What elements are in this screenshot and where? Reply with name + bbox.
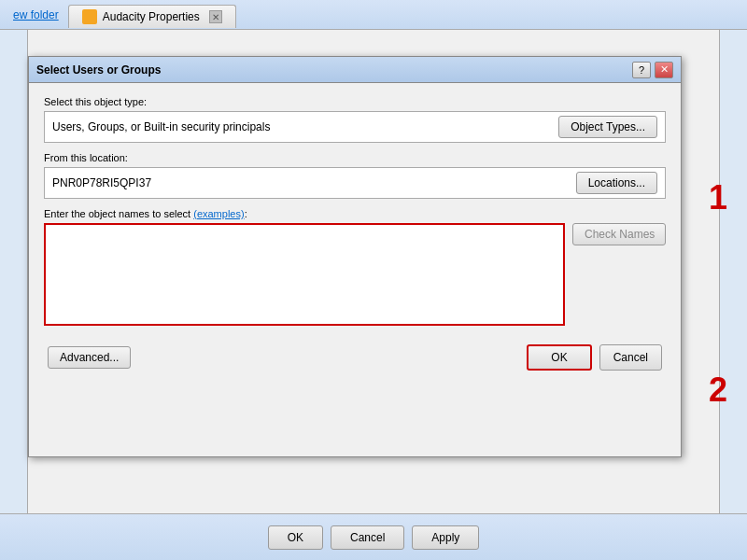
bottom-button-bar: OK Cancel Apply <box>0 513 747 560</box>
bottom-ok-button[interactable]: OK <box>268 525 323 550</box>
object-types-button[interactable]: Object Types... <box>558 116 657 138</box>
dialog-title: Select Users or Groups <box>36 63 161 77</box>
object-names-input[interactable] <box>46 225 563 324</box>
dialog-overlay: Select Users or Groups ? ✕ Select this o… <box>28 56 719 457</box>
behind-topbar: ew folder Audacity Properties ✕ <box>0 0 747 30</box>
dialog-close-button[interactable]: ✕ <box>655 62 673 78</box>
dialog-ok-cancel: OK Cancel <box>527 344 662 371</box>
annotation-1: 1 <box>709 178 727 217</box>
input-section: Enter the object names to select (exampl… <box>44 208 666 337</box>
dialog-titlebar: Select Users or Groups ? ✕ <box>29 57 681 83</box>
input-label-suffix: : <box>245 208 247 219</box>
new-folder-link[interactable]: ew folder <box>7 3 64 27</box>
tab-close-button[interactable]: ✕ <box>209 10 222 23</box>
location-value: PNR0P78RI5QPI37 <box>52 176 576 189</box>
location-label: From this location: <box>44 152 666 163</box>
bottom-apply-button[interactable]: Apply <box>412 525 479 550</box>
right-panel <box>719 30 747 560</box>
input-row: Check Names <box>44 223 666 337</box>
advanced-button[interactable]: Advanced... <box>48 346 131 369</box>
location-row: PNR0P78RI5QPI37 Locations... <box>44 167 666 199</box>
ok-button[interactable]: OK <box>527 344 591 371</box>
object-type-label: Select this object type: <box>44 96 666 107</box>
object-type-value: Users, Groups, or Built-in security prin… <box>52 120 558 133</box>
input-area-label: Enter the object names to select (exampl… <box>44 208 666 219</box>
check-names-button[interactable]: Check Names <box>572 223 666 245</box>
left-panel <box>0 30 28 560</box>
annotation-2: 2 <box>709 371 727 410</box>
object-type-row: Users, Groups, or Built-in security prin… <box>44 111 666 143</box>
bottom-cancel-button[interactable]: Cancel <box>331 525 404 550</box>
audacity-properties-tab[interactable]: Audacity Properties ✕ <box>68 5 236 28</box>
tab-icon <box>82 9 97 24</box>
input-label-text: Enter the object names to select <box>44 208 190 219</box>
select-users-dialog: Select Users or Groups ? ✕ Select this o… <box>28 56 682 457</box>
tab-label: Audacity Properties <box>103 10 200 23</box>
dialog-content: Select this object type: Users, Groups, … <box>29 83 681 384</box>
dialog-controls: ? ✕ <box>632 62 673 78</box>
examples-link[interactable]: (examples) <box>193 208 244 219</box>
dialog-help-button[interactable]: ? <box>632 62 651 78</box>
cancel-button[interactable]: Cancel <box>599 344 662 371</box>
locations-button[interactable]: Locations... <box>576 172 657 194</box>
object-input-wrapper <box>44 223 565 326</box>
dialog-bottom-row: Advanced... OK Cancel <box>44 344 666 371</box>
